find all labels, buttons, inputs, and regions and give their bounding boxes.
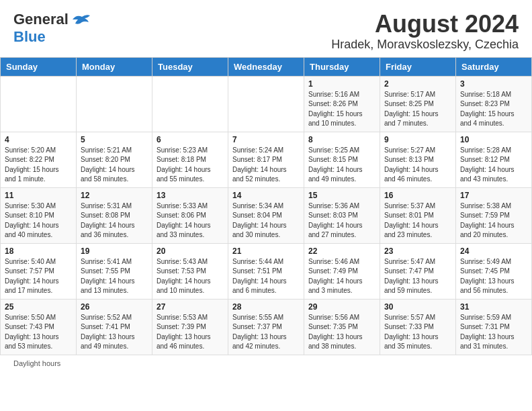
day-info: Sunrise: 5:34 AM Sunset: 8:04 PM Dayligh… — [232, 201, 300, 240]
weekday-header-tuesday: Tuesday — [152, 57, 228, 76]
calendar-day-cell: 25Sunrise: 5:50 AM Sunset: 7:43 PM Dayli… — [1, 299, 77, 355]
day-info: Sunrise: 5:20 AM Sunset: 8:22 PM Dayligh… — [5, 146, 72, 185]
day-number: 19 — [81, 246, 148, 256]
day-number: 2 — [384, 79, 451, 89]
calendar-day-cell: 28Sunrise: 5:55 AM Sunset: 7:37 PM Dayli… — [228, 299, 304, 355]
day-number: 12 — [81, 191, 148, 200]
weekday-header-saturday: Saturday — [456, 57, 532, 76]
calendar-day-cell: 27Sunrise: 5:53 AM Sunset: 7:39 PM Dayli… — [152, 299, 228, 355]
day-number: 14 — [232, 191, 300, 200]
calendar-day-cell: 8Sunrise: 5:25 AM Sunset: 8:15 PM Daylig… — [304, 132, 380, 187]
day-info: Sunrise: 5:18 AM Sunset: 8:23 PM Dayligh… — [460, 90, 527, 129]
calendar-table: SundayMondayTuesdayWednesdayThursdayFrid… — [0, 57, 532, 355]
day-info: Sunrise: 5:50 AM Sunset: 7:43 PM Dayligh… — [5, 313, 72, 352]
weekday-header-thursday: Thursday — [304, 57, 380, 76]
calendar-header: SundayMondayTuesdayWednesdayThursdayFrid… — [1, 57, 532, 76]
weekday-header-monday: Monday — [77, 57, 152, 76]
day-number: 25 — [5, 302, 72, 312]
day-number: 29 — [308, 302, 375, 312]
day-number: 5 — [81, 135, 148, 144]
calendar-day-cell: 3Sunrise: 5:18 AM Sunset: 8:23 PM Daylig… — [456, 76, 532, 132]
calendar-day-cell: 10Sunrise: 5:28 AM Sunset: 8:12 PM Dayli… — [456, 132, 532, 187]
day-info: Sunrise: 5:40 AM Sunset: 7:57 PM Dayligh… — [5, 257, 72, 296]
calendar-location: Hradek, Moravskoslezsky, Czechia — [331, 38, 519, 52]
day-number: 18 — [5, 246, 72, 256]
day-number: 24 — [460, 246, 527, 256]
calendar-day-cell: 7Sunrise: 5:24 AM Sunset: 8:17 PM Daylig… — [228, 132, 304, 187]
calendar-day-cell: 12Sunrise: 5:31 AM Sunset: 8:08 PM Dayli… — [77, 187, 152, 243]
day-info: Sunrise: 5:36 AM Sunset: 8:03 PM Dayligh… — [308, 201, 375, 240]
calendar-day-cell: 4Sunrise: 5:20 AM Sunset: 8:22 PM Daylig… — [1, 132, 77, 187]
calendar-day-cell — [1, 76, 77, 132]
day-number: 27 — [157, 302, 224, 312]
logo-blue: Blue — [13, 28, 46, 45]
page-header: General Blue August 2024 Hradek, Moravsk… — [0, 0, 532, 57]
day-info: Sunrise: 5:53 AM Sunset: 7:39 PM Dayligh… — [157, 313, 224, 352]
day-info: Sunrise: 5:17 AM Sunset: 8:25 PM Dayligh… — [384, 90, 451, 129]
day-number: 6 — [157, 135, 224, 144]
day-info: Sunrise: 5:55 AM Sunset: 7:37 PM Dayligh… — [232, 313, 300, 352]
calendar-week-row: 25Sunrise: 5:50 AM Sunset: 7:43 PM Dayli… — [1, 299, 532, 355]
calendar-day-cell: 2Sunrise: 5:17 AM Sunset: 8:25 PM Daylig… — [380, 76, 456, 132]
calendar-day-cell: 24Sunrise: 5:49 AM Sunset: 7:45 PM Dayli… — [456, 243, 532, 299]
calendar-day-cell: 31Sunrise: 5:59 AM Sunset: 7:31 PM Dayli… — [456, 299, 532, 355]
calendar-week-row: 18Sunrise: 5:40 AM Sunset: 7:57 PM Dayli… — [1, 243, 532, 299]
day-number: 26 — [81, 302, 148, 312]
day-info: Sunrise: 5:24 AM Sunset: 8:17 PM Dayligh… — [232, 146, 300, 185]
day-info: Sunrise: 5:23 AM Sunset: 8:18 PM Dayligh… — [157, 146, 224, 185]
weekday-header-sunday: Sunday — [1, 57, 77, 76]
day-number: 22 — [308, 246, 375, 256]
day-number: 10 — [460, 135, 527, 144]
day-info: Sunrise: 5:49 AM Sunset: 7:45 PM Dayligh… — [460, 257, 527, 296]
calendar-day-cell: 18Sunrise: 5:40 AM Sunset: 7:57 PM Dayli… — [1, 243, 77, 299]
day-number: 7 — [232, 135, 300, 144]
calendar-day-cell: 29Sunrise: 5:56 AM Sunset: 7:35 PM Dayli… — [304, 299, 380, 355]
day-number: 30 — [384, 302, 451, 312]
calendar-day-cell: 22Sunrise: 5:46 AM Sunset: 7:49 PM Dayli… — [304, 243, 380, 299]
day-info: Sunrise: 5:57 AM Sunset: 7:33 PM Dayligh… — [384, 313, 451, 352]
calendar-week-row: 4Sunrise: 5:20 AM Sunset: 8:22 PM Daylig… — [1, 132, 532, 187]
calendar-month-year: August 2024 — [331, 11, 519, 38]
day-info: Sunrise: 5:56 AM Sunset: 7:35 PM Dayligh… — [308, 313, 375, 352]
day-number: 17 — [460, 191, 527, 200]
day-info: Sunrise: 5:52 AM Sunset: 7:41 PM Dayligh… — [81, 313, 148, 352]
calendar-day-cell: 20Sunrise: 5:43 AM Sunset: 7:53 PM Dayli… — [152, 243, 228, 299]
day-number: 9 — [384, 135, 451, 144]
calendar-day-cell: 26Sunrise: 5:52 AM Sunset: 7:41 PM Dayli… — [77, 299, 152, 355]
day-info: Sunrise: 5:41 AM Sunset: 7:55 PM Dayligh… — [81, 257, 148, 296]
weekday-row: SundayMondayTuesdayWednesdayThursdayFrid… — [1, 57, 532, 76]
calendar-day-cell: 9Sunrise: 5:27 AM Sunset: 8:13 PM Daylig… — [380, 132, 456, 187]
day-info: Sunrise: 5:46 AM Sunset: 7:49 PM Dayligh… — [308, 257, 375, 296]
calendar-day-cell: 14Sunrise: 5:34 AM Sunset: 8:04 PM Dayli… — [228, 187, 304, 243]
day-number: 31 — [460, 302, 527, 312]
calendar-day-cell: 16Sunrise: 5:37 AM Sunset: 8:01 PM Dayli… — [380, 187, 456, 243]
logo-bird-icon — [71, 13, 91, 26]
calendar-week-row: 1Sunrise: 5:16 AM Sunset: 8:26 PM Daylig… — [1, 76, 532, 132]
day-info: Sunrise: 5:30 AM Sunset: 8:10 PM Dayligh… — [5, 201, 72, 240]
day-number: 13 — [157, 191, 224, 200]
calendar-day-cell: 13Sunrise: 5:33 AM Sunset: 8:06 PM Dayli… — [152, 187, 228, 243]
day-number: 3 — [460, 79, 527, 89]
day-info: Sunrise: 5:44 AM Sunset: 7:51 PM Dayligh… — [232, 257, 300, 296]
day-info: Sunrise: 5:59 AM Sunset: 7:31 PM Dayligh… — [460, 313, 527, 352]
calendar-day-cell: 1Sunrise: 5:16 AM Sunset: 8:26 PM Daylig… — [304, 76, 380, 132]
day-number: 8 — [308, 135, 375, 144]
calendar-day-cell — [228, 76, 304, 132]
weekday-header-friday: Friday — [380, 57, 456, 76]
calendar-title-block: August 2024 Hradek, Moravskoslezsky, Cze… — [331, 11, 519, 52]
day-info: Sunrise: 5:38 AM Sunset: 7:59 PM Dayligh… — [460, 201, 527, 240]
day-info: Sunrise: 5:37 AM Sunset: 8:01 PM Dayligh… — [384, 201, 451, 240]
day-info: Sunrise: 5:25 AM Sunset: 8:15 PM Dayligh… — [308, 146, 375, 185]
calendar-day-cell: 5Sunrise: 5:21 AM Sunset: 8:20 PM Daylig… — [77, 132, 152, 187]
calendar-week-row: 11Sunrise: 5:30 AM Sunset: 8:10 PM Dayli… — [1, 187, 532, 243]
day-number: 16 — [384, 191, 451, 200]
day-info: Sunrise: 5:33 AM Sunset: 8:06 PM Dayligh… — [157, 201, 224, 240]
calendar-day-cell: 23Sunrise: 5:47 AM Sunset: 7:47 PM Dayli… — [380, 243, 456, 299]
calendar-day-cell: 11Sunrise: 5:30 AM Sunset: 8:10 PM Dayli… — [1, 187, 77, 243]
day-number: 11 — [5, 191, 72, 200]
calendar-footer: Daylight hours — [0, 355, 532, 371]
day-number: 4 — [5, 135, 72, 144]
day-info: Sunrise: 5:28 AM Sunset: 8:12 PM Dayligh… — [460, 146, 527, 185]
day-number: 28 — [232, 302, 300, 312]
day-info: Sunrise: 5:21 AM Sunset: 8:20 PM Dayligh… — [81, 146, 148, 185]
